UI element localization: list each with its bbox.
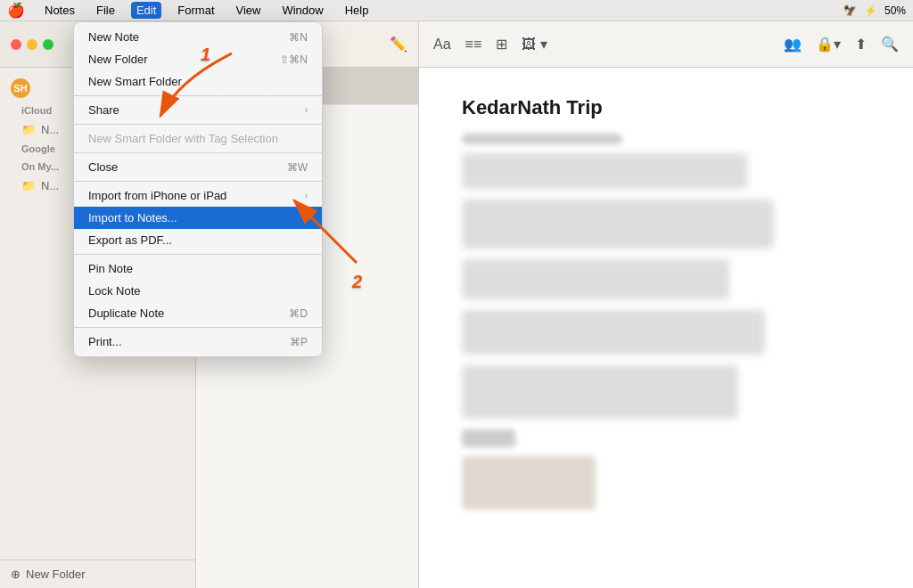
menu-item-new-note[interactable]: New Note ⌘N (74, 26, 322, 48)
font-icon[interactable]: Aa (433, 37, 451, 53)
menu-item-new-smart-folder[interactable]: New Smart Folder (74, 70, 322, 93)
menu-item-label: Lock Note (88, 284, 141, 298)
menu-item-duplicate-note[interactable]: Duplicate Note ⌘D (74, 302, 322, 324)
maximize-window-button[interactable] (43, 39, 53, 50)
menu-item-pin-note[interactable]: Pin Note (74, 257, 322, 280)
menu-separator-4 (74, 181, 322, 182)
menu-separator-3 (74, 152, 322, 153)
menu-bar-right: 🦅 ⚡ 50% (843, 4, 906, 17)
notchbar-icon2: ⚡ (864, 4, 877, 17)
file-dropdown-menu: New Note ⌘N New Folder ⇧⌘N New Smart Fol… (73, 21, 323, 357)
close-window-button[interactable] (11, 39, 21, 50)
collaboration-icon[interactable]: 👥 (784, 36, 802, 53)
notchbar-icon1: 🦅 (843, 4, 857, 17)
menu-item-label: Close (88, 160, 118, 174)
menu-item-label: New Folder (88, 53, 147, 66)
share-icon[interactable]: ⬆ (855, 36, 867, 53)
menu-item-label: Import to Notes... (88, 211, 177, 225)
menu-separator-1 (74, 95, 322, 96)
battery-indicator: 50% (884, 4, 906, 17)
menu-separator-2 (74, 124, 322, 125)
table-icon[interactable]: ⊞ (496, 36, 507, 53)
blurred-content-7 (462, 429, 515, 447)
blurred-content-2 (462, 153, 747, 189)
search-icon[interactable]: 🔍 (881, 36, 899, 53)
account-avatar: SH (11, 78, 30, 98)
menu-item-shortcut: ⌘D (289, 307, 308, 320)
menu-item-share[interactable]: Share › (74, 99, 322, 121)
help-menu[interactable]: Help (340, 2, 374, 19)
format-menu[interactable]: Format (172, 2, 219, 19)
menu-item-label: Print... (88, 335, 122, 348)
sidebar-bottom: ⊕ New Folder (0, 559, 195, 588)
menu-item-new-folder[interactable]: New Folder ⇧⌘N (74, 48, 322, 70)
view-menu[interactable]: View (231, 2, 267, 19)
submenu-arrow-2: › (305, 191, 308, 200)
file-menu[interactable]: File (91, 2, 120, 19)
folder-icon-2: 📁 (21, 179, 36, 192)
menu-item-label: New Smart Folder (88, 75, 182, 88)
lock-icon[interactable]: 🔒▾ (816, 36, 841, 53)
blurred-content-1 (462, 134, 622, 144)
menu-item-import-iphone[interactable]: Import from iPhone or iPad › (74, 184, 322, 207)
image-icon[interactable]: 🖼 ▾ (522, 36, 547, 53)
menu-item-label: Import from iPhone or iPad (88, 189, 226, 202)
edit-menu[interactable]: Edit (131, 2, 161, 19)
note-content: Aa ≡≡ ⊞ 🖼 ▾ 👥 🔒▾ ⬆ 🔍 KedarNath Trip (419, 21, 913, 588)
minimize-window-button[interactable] (27, 39, 37, 50)
menu-item-shortcut: ⌘P (290, 336, 308, 348)
window-menu[interactable]: Window (276, 2, 328, 19)
traffic-lights (11, 39, 53, 50)
menu-item-label: New Smart Folder with Tag Selection (88, 132, 278, 145)
blurred-content-4 (462, 259, 729, 299)
note-toolbar: Aa ≡≡ ⊞ 🖼 ▾ 👥 🔒▾ ⬆ 🔍 (419, 21, 913, 68)
menu-bar: 🍎 Notes File Edit Format View Window Hel… (0, 0, 913, 21)
sidebar-item-label: N... (41, 123, 59, 136)
blurred-content-6 (462, 365, 738, 419)
note-body: KedarNath Trip (419, 68, 913, 588)
submenu-arrow: › (305, 105, 308, 115)
menu-item-lock-note[interactable]: Lock Note (74, 280, 322, 302)
menu-item-new-smart-folder-tag: New Smart Folder with Tag Selection (74, 127, 322, 150)
menu-item-label: Share (88, 103, 119, 117)
blurred-content-3 (462, 200, 774, 249)
menu-separator-5 (74, 254, 322, 255)
blurred-content-5 (462, 310, 765, 355)
blurred-image-1 (462, 456, 596, 510)
menu-item-shortcut: ⇧⌘N (280, 53, 308, 66)
compose-icon[interactable]: ✏️ (390, 36, 407, 53)
apple-menu[interactable]: 🍎 (7, 2, 25, 19)
menu-item-label: Duplicate Note (88, 306, 164, 320)
menu-item-label: Pin Note (88, 262, 133, 275)
new-folder-label: New Folder (26, 568, 85, 581)
menu-item-print[interactable]: Print... ⌘P (74, 331, 322, 353)
menu-item-label: Export as PDF... (88, 233, 172, 247)
sidebar-item-label-2: N... (41, 179, 59, 192)
new-folder-icon: ⊕ (11, 568, 21, 581)
menu-item-import-notes[interactable]: Import to Notes... (74, 207, 322, 229)
menu-item-export-pdf[interactable]: Export as PDF... (74, 229, 322, 251)
notes-menu[interactable]: Notes (39, 2, 80, 19)
new-folder-button[interactable]: ⊕ New Folder (11, 568, 185, 581)
menu-item-shortcut: ⌘W (287, 161, 308, 174)
list-icon[interactable]: ≡≡ (465, 37, 482, 53)
note-title: KedarNath Trip (462, 96, 870, 119)
menu-item-label: New Note (88, 30, 139, 44)
menu-item-close[interactable]: Close ⌘W (74, 156, 322, 178)
menu-item-shortcut: ⌘N (289, 31, 308, 44)
folder-icon: 📁 (21, 123, 36, 136)
menu-separator-6 (74, 327, 322, 328)
